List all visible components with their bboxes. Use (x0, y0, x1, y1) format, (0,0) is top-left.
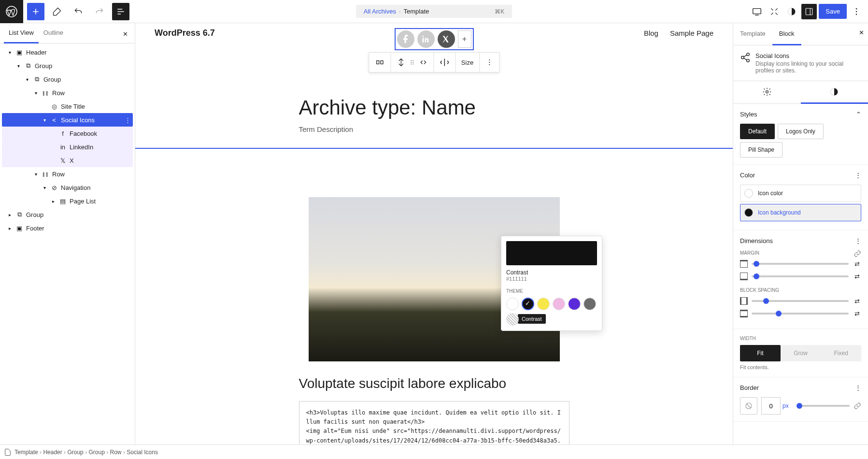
navigation-block[interactable]: Blog Sample Page (644, 29, 713, 37)
tree-item-row[interactable]: ▾⫿⫿Row (2, 86, 133, 100)
styles-subtab[interactable] (801, 81, 868, 104)
zoom-out-button[interactable] (767, 4, 782, 19)
chevron-up-icon[interactable]: ⌃ (856, 111, 861, 118)
block-options-button[interactable] (480, 53, 499, 72)
outline-tab[interactable]: Outline (39, 23, 68, 43)
border-unit[interactable]: px (783, 402, 789, 409)
breadcrumb-item[interactable]: Row (110, 449, 122, 456)
tree-item-facebook[interactable]: fFacebook (2, 127, 133, 140)
width-fit-button[interactable]: Fit (740, 345, 781, 361)
tree-item-group[interactable]: ▾⧉Group (2, 59, 133, 72)
margin-bottom-slider[interactable] (752, 275, 849, 277)
dimensions-options-icon[interactable]: ⋮ (855, 237, 861, 244)
tree-item-group[interactable]: ▾⧉Group (2, 72, 133, 86)
theme-color-swatch[interactable] (506, 313, 519, 326)
save-button[interactable]: Save (819, 4, 847, 19)
breadcrumb-item[interactable]: Header (43, 449, 62, 456)
undo-button[interactable] (70, 3, 87, 20)
styles-toggle-button[interactable] (784, 4, 799, 19)
theme-color-swatch[interactable]: Contrast (522, 298, 534, 310)
term-description[interactable]: Term Description (299, 125, 589, 133)
nav-link-blog[interactable]: Blog (644, 29, 658, 37)
tree-item-linkedin[interactable]: inLinkedIn (2, 140, 133, 154)
margin-top-slider[interactable] (752, 263, 849, 265)
border-style-button[interactable] (740, 397, 757, 415)
block-tab[interactable]: Block (772, 23, 801, 45)
share-icon (740, 52, 751, 74)
x-icon[interactable] (438, 30, 455, 48)
tree-item-header[interactable]: ▾▣Header (2, 45, 133, 59)
social-icons-block[interactable]: + (395, 28, 474, 50)
tree-item-row[interactable]: ▾⫿⫿Row (2, 167, 133, 181)
border-section-title: Border (740, 384, 759, 391)
width-grow-button[interactable]: Grow (781, 345, 821, 361)
svg-point-16 (413, 64, 413, 65)
document-type: Template (404, 8, 429, 15)
block-type-button[interactable] (369, 53, 391, 72)
unlink-sides-icon[interactable] (854, 402, 861, 410)
theme-color-swatch[interactable] (568, 298, 581, 310)
styles-section-title: Styles (740, 111, 757, 118)
tree-item-footer[interactable]: ▸▣Footer (2, 221, 133, 235)
align-button[interactable] (434, 53, 455, 72)
link-sides-icon[interactable] (854, 250, 861, 258)
wordpress-logo[interactable] (0, 0, 23, 23)
theme-color-swatch[interactable] (537, 298, 550, 310)
options-menu-button[interactable] (849, 4, 864, 19)
border-width-slider[interactable] (797, 405, 850, 407)
tree-item-social-icons[interactable]: ▾<Social Icons⋮ (2, 113, 133, 127)
color-row-icon-background[interactable]: Icon background (740, 204, 861, 221)
breadcrumb-item[interactable]: Group (67, 449, 83, 456)
editor-canvas[interactable]: WordPress 6.7 + Blog Sample Page Size Ar… (135, 23, 733, 445)
border-width-input[interactable] (761, 397, 781, 415)
theme-color-swatch[interactable] (553, 298, 565, 310)
breadcrumb-item[interactable]: Group (88, 449, 104, 456)
settings-sidebar-button[interactable] (801, 4, 817, 19)
style-pill-shape-button[interactable]: Pill Shape (740, 142, 783, 158)
size-button[interactable]: Size (455, 53, 480, 72)
tree-item-page-list[interactable]: ▸▤Page List (2, 194, 133, 208)
tree-item-navigation[interactable]: ▾⊘Navigation (2, 181, 133, 194)
tree-item-group[interactable]: ▸⧉Group (2, 208, 133, 221)
settings-subtab[interactable] (733, 81, 801, 103)
post-title[interactable]: Voluptate suscipit labore explicabo (299, 376, 589, 391)
drag-handle[interactable] (391, 53, 434, 72)
color-options-icon[interactable]: ⋮ (855, 172, 861, 179)
close-settings-button[interactable]: ✕ (859, 29, 864, 36)
archive-title[interactable]: Archive type: Name (299, 96, 589, 119)
breadcrumb-item[interactable]: Social Icons (127, 449, 158, 456)
tree-item-site-title[interactable]: ◎Site Title (2, 100, 133, 113)
nav-link-sample[interactable]: Sample Page (670, 29, 713, 37)
document-title-bar[interactable]: All Archives · Template ⌘K (356, 5, 512, 18)
template-tab[interactable]: Template (733, 23, 772, 45)
width-section-title: WIDTH (740, 336, 861, 341)
theme-color-swatch[interactable] (583, 298, 596, 310)
add-block-button[interactable] (27, 3, 44, 20)
linkedin-icon[interactable] (417, 30, 435, 48)
close-list-view-button[interactable]: ✕ (119, 28, 131, 40)
spacing-horizontal-slider[interactable] (752, 300, 849, 302)
tools-button[interactable] (48, 3, 66, 20)
spacing-vertical-slider[interactable] (752, 313, 849, 315)
custom-icon[interactable]: ⇄ (853, 309, 861, 318)
color-row-icon-color[interactable]: Icon color (740, 185, 861, 202)
style-logos-only-button[interactable]: Logos Only (778, 124, 824, 139)
code-block[interactable]: <h3>Voluptas illo maxime quae incidunt. … (299, 401, 569, 445)
custom-icon[interactable]: ⇄ (853, 272, 861, 281)
custom-icon[interactable]: ⇄ (853, 297, 861, 305)
list-view-tab[interactable]: List View (4, 23, 39, 43)
tree-item-x[interactable]: 𝕏X (2, 154, 133, 167)
redo-button[interactable] (91, 3, 108, 20)
margin-label: MARGIN (740, 250, 861, 256)
site-title[interactable]: WordPress 6.7 (155, 28, 215, 38)
width-fixed-button[interactable]: Fixed (821, 345, 861, 361)
view-desktop-button[interactable] (749, 4, 765, 19)
document-overview-button[interactable] (112, 3, 129, 20)
border-options-icon[interactable]: ⋮ (855, 384, 861, 391)
facebook-icon[interactable] (397, 30, 414, 48)
add-social-icon-button[interactable]: + (458, 30, 471, 48)
style-default-button[interactable]: Default (740, 124, 775, 139)
theme-color-swatch[interactable] (506, 298, 519, 310)
breadcrumb-item[interactable]: Template (14, 449, 38, 456)
custom-icon[interactable]: ⇄ (853, 259, 861, 268)
